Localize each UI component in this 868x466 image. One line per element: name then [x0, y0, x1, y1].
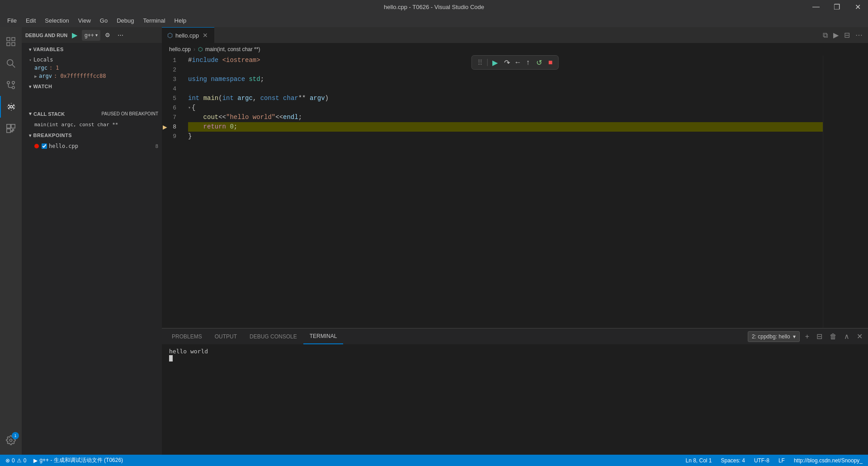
panel-expand-button[interactable]: ∧	[842, 331, 851, 342]
run-button[interactable]: ▶	[831, 29, 840, 41]
activity-extensions[interactable]	[0, 118, 22, 139]
maximize-button[interactable]: ❐	[826, 0, 847, 14]
status-cursor-position[interactable]: Ln 8, Col 1	[684, 455, 713, 466]
code-line-4	[188, 84, 823, 94]
svg-point-9	[10, 105, 13, 108]
debug-run-label: DEBUG AND RUN	[25, 33, 67, 38]
locals-header[interactable]: ▾ Locals	[22, 56, 162, 64]
terminal-output-text: hello world	[169, 348, 208, 355]
menu-debug[interactable]: Debug	[113, 15, 137, 26]
minimize-button[interactable]: —	[806, 0, 826, 14]
watch-title: WATCH	[33, 84, 52, 89]
debug-settings-button[interactable]: ⚙	[102, 30, 113, 40]
step-into-button[interactable]: ↓	[513, 59, 523, 66]
code-content[interactable]: #include <iostream> using namespace std;…	[184, 56, 823, 328]
line-num-5: 5	[162, 94, 181, 103]
breakpoint-checkbox[interactable]	[42, 143, 47, 149]
chevron-down-icon: ▾	[95, 33, 98, 38]
tab-file-icon: ⬡	[167, 32, 173, 39]
editor-area: ⬡ hello.cpp ✕ ⧉ ▶ ⊟ ⋯ ⠿ ▶ ↷ ↓ ↑ ↺ ■	[162, 27, 868, 455]
panel-close-button[interactable]: ✕	[855, 331, 864, 342]
new-terminal-button[interactable]: +	[803, 332, 811, 342]
call-stack-header[interactable]: ▾ CALL STACK PAUSED ON BREAKPOINT	[22, 107, 162, 120]
call-frame-main[interactable]: main(int argc, const char **	[22, 120, 162, 129]
continue-button[interactable]: ▶	[491, 57, 500, 68]
code-line-6: ▾{	[188, 103, 823, 113]
breadcrumb: hello.cpp › ⬡ main(int, const char **)	[162, 43, 868, 56]
split-terminal-button[interactable]: ⊟	[815, 331, 824, 342]
code-line-8: return 0;	[188, 122, 823, 132]
call-stack-chevron: ▾	[29, 111, 32, 117]
menu-view[interactable]: View	[75, 15, 94, 26]
terminal-selector[interactable]: 2: cppdbg: hello ▾	[748, 331, 800, 342]
terminal-selector-chevron: ▾	[793, 333, 796, 340]
watch-chevron: ▾	[29, 84, 32, 89]
status-errors[interactable]: ⊗ 0 ⚠ 0	[4, 455, 28, 466]
status-bar-right: Ln 8, Col 1 Spaces: 4 UTF-8 LF http://bl…	[684, 455, 864, 466]
window-controls[interactable]: — ❐ ✕	[806, 0, 868, 14]
variable-argv[interactable]: ▶ argv: 0x7fffffffcc88	[22, 72, 162, 80]
breadcrumb-file[interactable]: hello.cpp	[169, 46, 191, 52]
line-num-1: 1	[162, 56, 181, 65]
split-layout-button[interactable]: ⊟	[842, 29, 852, 41]
delete-terminal-button[interactable]: 🗑	[828, 332, 839, 342]
warning-icon: ⚠	[17, 457, 22, 464]
menu-file[interactable]: File	[4, 15, 20, 26]
menu-go[interactable]: Go	[96, 15, 111, 26]
line-num-2: 2	[162, 65, 181, 75]
breakpoint-item-hello[interactable]: hello.cpp 8	[22, 142, 162, 151]
menu-help[interactable]: Help	[171, 15, 190, 26]
main-content: 1 DEBUG AND RUN ▶ g++ ▾ ⚙ ⋯ ▾ VARIABLES …	[0, 27, 868, 455]
status-bar: ⊗ 0 ⚠ 0 ▶ g++ - 生成和调试活动文件 (T0626) Ln 8, …	[0, 455, 868, 466]
drag-handle-icon[interactable]: ⠿	[476, 57, 485, 68]
menu-bar: File Edit Selection View Go Debug Termin…	[0, 14, 868, 27]
locals-label: Locals	[33, 57, 53, 63]
status-link[interactable]: http://blog.csdn.net/Snoopy_	[792, 455, 864, 466]
terminal-cursor-line	[169, 355, 861, 361]
panel-tab-terminal[interactable]: TERMINAL	[303, 328, 344, 344]
breadcrumb-context[interactable]: main(int, const char **)	[205, 46, 260, 52]
menu-terminal[interactable]: Terminal	[139, 15, 169, 26]
status-debug[interactable]: ▶ g++ - 生成和调试活动文件 (T0626)	[32, 455, 125, 466]
menu-selection[interactable]: Selection	[41, 15, 72, 26]
panel-tab-debug-console[interactable]: DEBUG CONSOLE	[243, 328, 303, 344]
panel-tab-problems[interactable]: PROBLEMS	[165, 328, 208, 344]
debug-run-button[interactable]: ▶	[69, 29, 80, 41]
call-stack-title: CALL STACK	[33, 111, 65, 117]
debug-more-button[interactable]: ⋯	[115, 30, 126, 40]
close-button[interactable]: ✕	[847, 0, 868, 14]
step-out-button[interactable]: ↑	[524, 57, 532, 67]
code-editor[interactable]: 1 2 3 4 5 6 7 ▶ 8 9 #include <iostream>	[162, 56, 868, 328]
status-indent[interactable]: Spaces: 4	[719, 455, 747, 466]
panel-tab-output[interactable]: OUTPUT	[208, 328, 243, 344]
watch-section-header[interactable]: ▾ WATCH	[22, 80, 162, 93]
activity-debug[interactable]	[0, 96, 22, 118]
split-editor-button[interactable]: ⧉	[821, 29, 830, 41]
variables-section-header[interactable]: ▾ VARIABLES	[22, 43, 162, 56]
activity-source-control[interactable]	[0, 74, 22, 96]
more-actions-button[interactable]: ⋯	[854, 29, 864, 41]
encoding-label: UTF-8	[754, 457, 769, 464]
line-num-7: 7	[162, 113, 181, 122]
line-numbers: 1 2 3 4 5 6 7 ▶ 8 9	[162, 56, 184, 328]
activity-explorer[interactable]	[0, 31, 22, 52]
argv-expand-arrow[interactable]: ▶	[34, 74, 37, 79]
menu-edit[interactable]: Edit	[22, 15, 39, 26]
call-stack-section: ▾ CALL STACK PAUSED ON BREAKPOINT main(i…	[22, 107, 162, 129]
breakpoints-section-header[interactable]: ▾ BREAKPOINTS	[22, 129, 162, 142]
tab-hello-cpp[interactable]: ⬡ hello.cpp ✕	[162, 27, 214, 43]
variable-argc[interactable]: argc: 1	[22, 64, 162, 72]
debug-config-selector[interactable]: g++ ▾	[82, 30, 100, 41]
tab-bar-container: ⬡ hello.cpp ✕ ⧉ ▶ ⊟ ⋯	[162, 27, 868, 43]
activity-settings[interactable]: 1	[0, 429, 22, 451]
terminal-content[interactable]: hello world	[162, 344, 868, 455]
title-bar: hello.cpp - T0626 - Visual Studio Code —…	[0, 0, 868, 14]
step-over-button[interactable]: ↷	[502, 57, 512, 68]
tab-close-button[interactable]: ✕	[202, 31, 209, 40]
status-encoding[interactable]: UTF-8	[752, 455, 771, 466]
fold-button[interactable]: ▾	[188, 103, 191, 113]
status-line-ending[interactable]: LF	[777, 455, 787, 466]
activity-search[interactable]	[0, 52, 22, 74]
restart-button[interactable]: ↺	[534, 57, 544, 68]
stop-button[interactable]: ■	[547, 57, 555, 67]
